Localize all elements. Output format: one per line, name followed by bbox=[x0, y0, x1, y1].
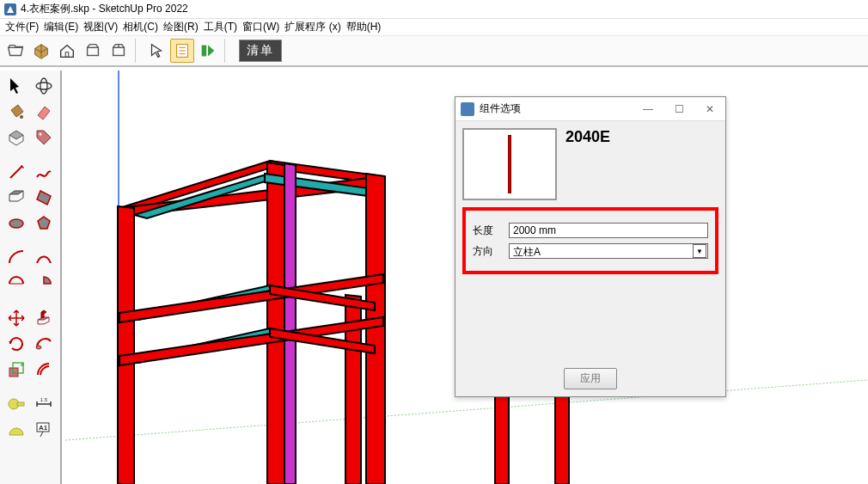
main-toolbar: 清单 bbox=[0, 36, 868, 67]
svg-text:1.5: 1.5 bbox=[40, 397, 48, 402]
close-button[interactable]: ✕ bbox=[694, 98, 725, 120]
text-tool[interactable]: A1 bbox=[31, 418, 57, 442]
svg-point-12 bbox=[40, 133, 42, 136]
package-button[interactable] bbox=[81, 39, 105, 63]
tape-tool[interactable] bbox=[3, 392, 29, 416]
svg-rect-3 bbox=[113, 47, 125, 55]
scale-tool[interactable] bbox=[3, 358, 29, 382]
list-button[interactable]: 清单 bbox=[239, 40, 282, 62]
menu-tools[interactable]: 工具(T) bbox=[204, 20, 237, 34]
dialog-title-text: 组件选项 bbox=[480, 101, 633, 116]
dialog-titlebar[interactable]: 组件选项 — ☐ ✕ bbox=[455, 97, 725, 121]
circle-tool[interactable] bbox=[3, 211, 29, 236]
length-label: 长度 bbox=[473, 224, 504, 238]
menu-extensions[interactable]: 扩展程序 (x) bbox=[284, 20, 340, 34]
svg-point-13 bbox=[9, 219, 23, 228]
window-title: 4.衣柜案例.skp - SketchUp Pro 2022 bbox=[21, 2, 188, 16]
component-tool[interactable] bbox=[3, 126, 29, 150]
length-input[interactable] bbox=[509, 223, 708, 238]
component-name: 2040E bbox=[565, 128, 610, 146]
svg-marker-35 bbox=[284, 163, 296, 484]
rotate-tool[interactable] bbox=[3, 332, 29, 356]
offset-tool[interactable] bbox=[31, 358, 57, 382]
arc2-tool[interactable] bbox=[31, 246, 57, 270]
maximize-button[interactable]: ☐ bbox=[663, 98, 694, 120]
dimension-tool[interactable]: 1.5 bbox=[31, 392, 57, 416]
direction-select[interactable]: 立柱A bbox=[509, 243, 708, 259]
dialog-icon bbox=[461, 102, 474, 116]
menu-camera[interactable]: 相机(C) bbox=[123, 20, 158, 34]
open-model-button[interactable] bbox=[3, 39, 28, 63]
svg-rect-1 bbox=[65, 52, 69, 58]
app-icon bbox=[3, 3, 17, 16]
window-titlebar: 4.衣柜案例.skp - SketchUp Pro 2022 bbox=[0, 0, 868, 19]
direction-label: 方向 bbox=[473, 244, 504, 259]
svg-point-9 bbox=[36, 83, 52, 89]
model-viewport[interactable]: 组件选项 — ☐ ✕ 2040E 长度 方向 bbox=[65, 70, 868, 484]
menu-view[interactable]: 视图(V) bbox=[83, 20, 118, 34]
followme-tool[interactable] bbox=[31, 332, 57, 356]
svg-rect-16 bbox=[9, 368, 18, 377]
svg-marker-29 bbox=[267, 162, 284, 484]
svg-point-11 bbox=[20, 115, 23, 119]
svg-marker-32 bbox=[118, 206, 134, 484]
svg-text:A1: A1 bbox=[39, 424, 48, 432]
attributes-panel: 长度 方向 立柱A ▼ bbox=[462, 207, 718, 274]
svg-rect-8 bbox=[202, 46, 207, 57]
select-tool[interactable] bbox=[3, 74, 29, 98]
freehand-tool[interactable] bbox=[31, 160, 57, 184]
svg-point-15 bbox=[36, 346, 41, 349]
toolbar-separator bbox=[135, 39, 140, 63]
pointer-tool-button[interactable] bbox=[144, 39, 168, 63]
rotated-rect-tool[interactable] bbox=[31, 186, 57, 210]
box-tool-button[interactable] bbox=[29, 39, 53, 63]
home-button[interactable] bbox=[55, 39, 79, 63]
menu-draw[interactable]: 绘图(R) bbox=[163, 20, 199, 34]
menu-edit[interactable]: 编辑(E) bbox=[44, 20, 78, 34]
arc3-tool[interactable] bbox=[3, 272, 29, 296]
pushpull-tool[interactable] bbox=[31, 306, 57, 330]
play-button[interactable] bbox=[196, 39, 220, 63]
arc-tool[interactable] bbox=[3, 246, 29, 270]
polygon-tool[interactable] bbox=[31, 211, 57, 236]
menu-window[interactable]: 窗口(W) bbox=[242, 20, 279, 34]
svg-point-10 bbox=[40, 78, 47, 94]
line-tool[interactable] bbox=[3, 160, 29, 184]
package2-button[interactable] bbox=[107, 39, 131, 63]
menubar: 文件(F) 编辑(E) 视图(V) 相机(C) 绘图(R) 工具(T) 窗口(W… bbox=[0, 19, 868, 36]
component-options-dialog: 组件选项 — ☐ ✕ 2040E 长度 方向 bbox=[455, 96, 726, 397]
protractor-tool[interactable] bbox=[3, 418, 29, 442]
eraser-tool[interactable] bbox=[31, 100, 57, 124]
tag-tool[interactable] bbox=[31, 126, 57, 150]
pie-tool[interactable] bbox=[31, 272, 57, 296]
bucket-tool[interactable] bbox=[3, 100, 29, 124]
rectangle-tool[interactable] bbox=[3, 186, 29, 210]
menu-help[interactable]: 帮助(H) bbox=[346, 20, 382, 34]
svg-rect-2 bbox=[88, 47, 99, 55]
attributes-button[interactable] bbox=[170, 39, 194, 63]
orbit-tool[interactable] bbox=[31, 74, 57, 98]
move-tool[interactable] bbox=[3, 306, 29, 330]
component-thumbnail bbox=[462, 128, 557, 200]
menu-file[interactable]: 文件(F) bbox=[5, 20, 39, 34]
apply-button[interactable]: 应用 bbox=[564, 368, 617, 389]
side-toolbox: 1.5 A1 bbox=[0, 70, 62, 484]
toolbar-separator bbox=[224, 39, 229, 63]
minimize-button[interactable]: — bbox=[633, 98, 663, 120]
svg-rect-19 bbox=[17, 402, 24, 406]
